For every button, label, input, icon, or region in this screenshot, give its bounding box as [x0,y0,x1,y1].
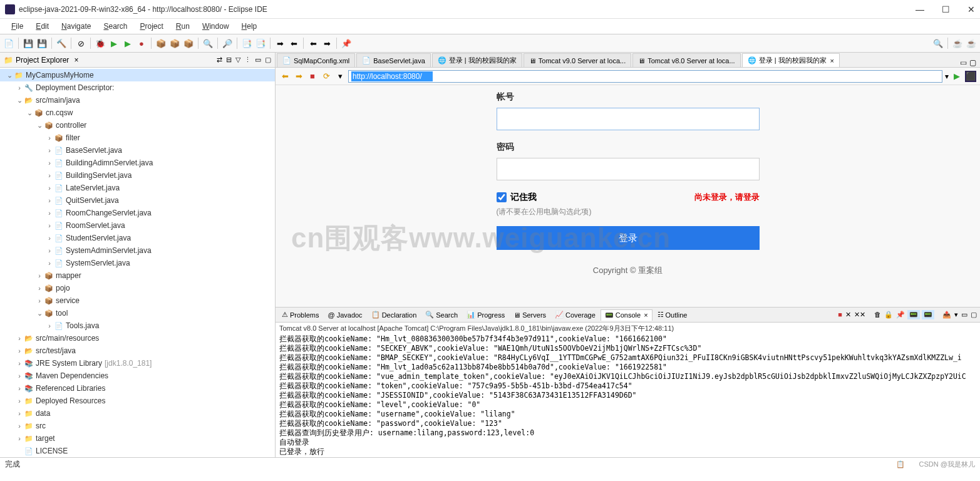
maximize-bottom[interactable]: ▢ [970,310,977,319]
minimize-bottom[interactable]: ▭ [961,310,968,319]
expand-icon[interactable]: › [35,284,44,292]
tree-node-referenced-libraries[interactable]: ›📚Referenced Libraries [0,382,275,395]
forward-button[interactable]: ➡ [321,37,333,49]
expand-icon[interactable]: › [15,334,24,342]
close-tab[interactable]: × [830,57,834,65]
annotation-button[interactable]: 📑 [254,37,267,49]
tree-node-src-main-java[interactable]: ⌄📂src/main/java [0,94,275,106]
new-type-button[interactable]: 📦 [182,37,195,49]
expand-icon[interactable]: ⌄ [25,109,34,117]
tree-node-jre-system-library[interactable]: ›📚JRE System Library[jdk1.8.0_181] [0,357,275,370]
java-perspective-button[interactable]: ☕ [965,37,977,49]
bottom-tab-coverage[interactable]: 📈Coverage [551,309,599,320]
close-button[interactable]: ✕ [967,4,975,14]
expand-icon[interactable]: › [45,159,54,167]
tree-node-filter[interactable]: ›📦filter [0,132,275,144]
terminate-button[interactable]: ■ [837,310,843,319]
open-console-button[interactable]: 📟 [922,310,934,319]
tree-node-buildingadimnservlet-java[interactable]: ›📄BuildingAdimnServlet.java [0,157,275,169]
expand-icon[interactable]: › [45,247,54,254]
coverage-button[interactable]: ▶ [121,37,134,49]
tree-node-license[interactable]: 📄LICENSE [0,445,275,457]
expand-icon[interactable]: › [45,172,54,179]
expand-icon[interactable]: › [15,435,24,442]
expand-icon[interactable]: ⌄ [15,96,24,105]
tree-node-deployed-resources[interactable]: ›📁Deployed Resources [0,395,275,407]
skip-breakpoints-button[interactable]: ⊘ [75,37,87,49]
status-icon[interactable]: 📋 [896,460,905,468]
search-button[interactable]: 🔎 [221,37,234,49]
bottom-tab-declaration[interactable]: 📋Declaration [368,309,421,320]
tree-node-data[interactable]: ›📁data [0,407,275,420]
menu-help[interactable]: Help [237,20,262,33]
tree-node-roomchangeservlet-java[interactable]: ›📄RoomChangeServlet.java [0,207,275,219]
bottom-tab-search[interactable]: 🔍Search [421,309,462,320]
tree-node-src-main-resources[interactable]: ›📂src/main/resources [0,332,275,344]
tree-node-tools-java[interactable]: ›📄Tools.java [0,319,275,332]
username-input[interactable] [497,108,760,130]
tree-node-tool[interactable]: ⌄📦tool [0,307,275,319]
editor-tab-3[interactable]: 🖥Tomcat v9.0 Server at loca... [524,53,631,67]
next-button[interactable]: ➡ [274,37,286,49]
maximize-editor[interactable]: ▢ [969,58,976,67]
view-menu-button[interactable]: ⋮ [244,56,251,64]
password-input[interactable] [497,158,760,180]
expand-icon[interactable]: ⌄ [35,122,44,130]
tree-node-buildingservlet-java[interactable]: ›📄BuildingServlet.java [0,169,275,182]
editor-tab-1[interactable]: 📄BaseServlet.java [356,53,431,67]
save-all-button[interactable]: 💾 [36,37,48,49]
new-package-button[interactable]: 📦 [155,37,167,49]
scroll-lock-button[interactable]: 🔒 [884,310,894,319]
expand-icon[interactable]: › [15,372,24,380]
browser-stop-button[interactable]: ■ [307,71,318,82]
toggle-mark-button[interactable]: 📑 [240,37,253,49]
menu-file[interactable]: File [6,20,28,33]
menu-navigate[interactable]: Navigate [56,20,96,33]
open-type-button[interactable]: 🔍 [202,37,214,49]
expand-icon[interactable]: › [15,385,24,392]
expand-icon[interactable]: › [15,410,24,417]
pin-console-button[interactable]: 📌 [895,310,905,319]
expand-icon[interactable]: › [45,222,54,229]
tree-node-systemservlet-java[interactable]: ›📄SystemServlet.java [0,257,275,269]
expand-icon[interactable]: › [45,197,54,204]
back-button[interactable]: ⬅ [307,37,319,49]
expand-icon[interactable]: › [45,184,54,192]
expand-icon[interactable]: › [15,397,24,405]
url-dropdown[interactable]: ▾ [945,72,949,81]
login-button[interactable]: 登录 [497,226,760,250]
browser-back-button[interactable]: ⬅ [279,71,291,82]
expand-icon[interactable]: › [45,259,54,267]
tree-node-controller[interactable]: ⌄📦controller [0,119,275,132]
tree-node-pojo[interactable]: ›📦pojo [0,282,275,294]
pin-button[interactable]: 📌 [340,37,353,49]
bottom-tab-problems[interactable]: ⚠Problems [278,309,322,320]
debug-button[interactable]: 🐞 [94,37,106,49]
remember-checkbox[interactable] [497,192,507,202]
tree-node-target[interactable]: ›📁target [0,432,275,445]
expand-icon[interactable]: › [45,134,54,142]
remove-all-button[interactable]: ✕✕ [854,310,866,319]
tree-node-systemadminservlet-java[interactable]: ›📄SystemAdminServlet.java [0,244,275,257]
tree-node-mycampusmyhome[interactable]: ⌄📁MyCampusMyHome [0,69,275,81]
menu-run[interactable]: Run [171,20,195,33]
expand-icon[interactable]: › [15,347,24,354]
console-dropdown[interactable]: ▾ [954,310,959,319]
prev-button[interactable]: ⬅ [287,37,300,49]
new-console-button[interactable]: 📤 [942,310,952,319]
expand-icon[interactable]: ⌄ [35,309,44,318]
expand-icon[interactable]: › [15,84,24,91]
bottom-tab-progress[interactable]: 📊Progress [463,309,508,320]
expand-icon[interactable]: › [45,234,54,242]
filter-button[interactable]: ▽ [235,56,240,64]
console-output[interactable]: 拦截器获取的cookieName: "Hm_lvt_080836300300be… [276,334,980,457]
tree-node-lateservlet-java[interactable]: ›📄LateServlet.java [0,182,275,194]
bottom-tab-servers[interactable]: 🖥Servers [510,310,550,320]
url-input[interactable] [351,71,433,81]
expand-icon[interactable]: › [35,272,44,279]
display-button[interactable]: 📟 [907,310,920,319]
editor-tab-5[interactable]: 🌐登录 | 我的校园我的家× [742,53,840,67]
url-bar[interactable] [348,70,942,83]
run-button[interactable]: ▶ [108,37,120,49]
browser-home-button[interactable]: ▾ [334,71,346,82]
